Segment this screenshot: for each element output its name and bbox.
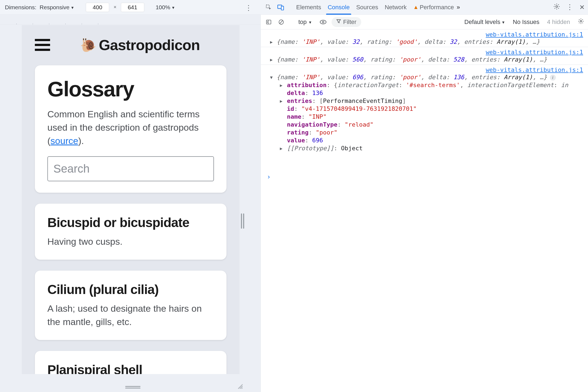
- devtools-tabbar: Elements Console Sources Network ▲ Perfo…: [261, 0, 588, 15]
- entry-term: Planispiral shell: [47, 362, 214, 374]
- kebab-menu-icon[interactable]: ⋮: [245, 4, 252, 12]
- svg-point-3: [556, 5, 558, 7]
- disclosure-triangle-icon[interactable]: [280, 99, 284, 103]
- svg-point-10: [580, 20, 582, 22]
- console-log-entry[interactable]: web-vitals.attribution.js:1{name: 'INP',…: [261, 65, 588, 153]
- source-link[interactable]: web-vitals.attribution.js:1: [486, 49, 583, 56]
- entry-term: Cilium (plural cilia): [47, 282, 214, 297]
- resize-handle-bottom[interactable]: [125, 386, 140, 390]
- device-toggle-icon[interactable]: [276, 3, 285, 12]
- glossary-entry: Planispiral shell: [35, 351, 226, 374]
- filter-icon: [336, 19, 341, 25]
- kebab-menu-icon[interactable]: ⋮: [566, 3, 573, 11]
- app-title: 🐌 Gastropodicon: [53, 36, 226, 53]
- gear-icon[interactable]: [553, 3, 560, 12]
- page-title: Glossary: [47, 77, 214, 102]
- info-icon[interactable]: i: [550, 75, 556, 81]
- console-output[interactable]: web-vitals.attribution.js:1{name: 'INP',…: [261, 29, 588, 392]
- tab-network[interactable]: Network: [385, 0, 407, 14]
- resize-handle-corner[interactable]: [237, 383, 244, 390]
- glossary-entry: Bicuspid or bicuspidate Having two cusps…: [35, 204, 226, 260]
- device-preview: 🐌 Gastropodicon Glossary Common English …: [0, 15, 261, 392]
- console-log-entry[interactable]: web-vitals.attribution.js:1{name: 'INP',…: [261, 47, 588, 65]
- ruler: [0, 15, 261, 24]
- entry-term: Bicuspid or bicuspidate: [47, 215, 214, 230]
- console-prompt-icon[interactable]: ›: [267, 173, 271, 181]
- clear-console-icon[interactable]: [277, 18, 285, 26]
- chevron-down-icon: ▼: [501, 20, 505, 24]
- more-tabs-icon[interactable]: »: [457, 4, 460, 11]
- chevron-down-icon: ▼: [171, 5, 175, 10]
- svg-rect-4: [267, 20, 271, 24]
- disclosure-triangle-icon[interactable]: [270, 39, 274, 44]
- log-levels-select[interactable]: Default levels ▼: [464, 19, 505, 26]
- hidden-count: 4 hidden: [547, 19, 570, 26]
- resize-handle-right[interactable]: [241, 213, 245, 229]
- disclosure-triangle-icon[interactable]: [270, 75, 274, 79]
- live-expression-icon[interactable]: [319, 18, 327, 26]
- tab-performance[interactable]: ▲ Performance: [413, 0, 454, 14]
- svg-point-9: [322, 21, 324, 23]
- source-link[interactable]: source: [50, 136, 78, 146]
- filter-input[interactable]: Filter: [332, 17, 361, 27]
- sidebar-toggle-icon[interactable]: [265, 18, 273, 26]
- viewport-height-input[interactable]: [121, 3, 144, 12]
- glossary-entry: Cilium (plural cilia) A lash; used to de…: [35, 271, 226, 340]
- hero-description: Common English and scientific terms used…: [47, 108, 214, 148]
- device-select[interactable]: Responsive ▼: [40, 4, 75, 11]
- hamburger-icon[interactable]: [35, 39, 50, 51]
- svg-line-7: [280, 20, 283, 23]
- tab-elements[interactable]: Elements: [296, 0, 321, 14]
- tab-console[interactable]: Console: [328, 0, 350, 14]
- console-toolbar: top ▼ Filter Default levels ▼ No Issues …: [261, 15, 588, 29]
- svg-point-8: [320, 20, 326, 24]
- snail-icon: 🐌: [80, 37, 96, 53]
- entry-definition: A lash; used to designate the hairs on t…: [47, 302, 214, 329]
- source-link[interactable]: web-vitals.attribution.js:1: [486, 31, 583, 38]
- zoom-select[interactable]: 100% ▼: [156, 4, 175, 11]
- console-log-entry[interactable]: web-vitals.attribution.js:1{name: 'INP',…: [261, 29, 588, 47]
- source-link[interactable]: web-vitals.attribution.js:1: [486, 66, 583, 73]
- inspect-element-icon[interactable]: [264, 3, 273, 12]
- gear-icon[interactable]: [578, 18, 584, 26]
- svg-rect-2: [281, 6, 284, 10]
- dimensions-label: Dimensions:: [5, 4, 36, 11]
- disclosure-triangle-icon[interactable]: [280, 83, 284, 87]
- context-select[interactable]: top ▼: [296, 17, 315, 27]
- disclosure-triangle-icon[interactable]: [280, 146, 284, 150]
- issues-button[interactable]: No Issues: [513, 19, 540, 26]
- rendered-page[interactable]: 🐌 Gastropodicon Glossary Common English …: [22, 25, 240, 374]
- viewport-width-input[interactable]: [86, 3, 109, 12]
- warning-icon: ▲: [413, 4, 419, 10]
- chevron-down-icon: ▼: [308, 20, 312, 24]
- disclosure-triangle-icon[interactable]: [270, 57, 274, 62]
- hero-card: Glossary Common English and scientific t…: [35, 65, 226, 193]
- entry-definition: Having two cusps.: [47, 235, 214, 248]
- chevron-down-icon: ▼: [71, 5, 74, 10]
- close-icon[interactable]: ✕: [579, 4, 585, 11]
- search-input[interactable]: [47, 156, 214, 181]
- times-icon: ×: [114, 4, 117, 10]
- tab-sources[interactable]: Sources: [356, 0, 378, 14]
